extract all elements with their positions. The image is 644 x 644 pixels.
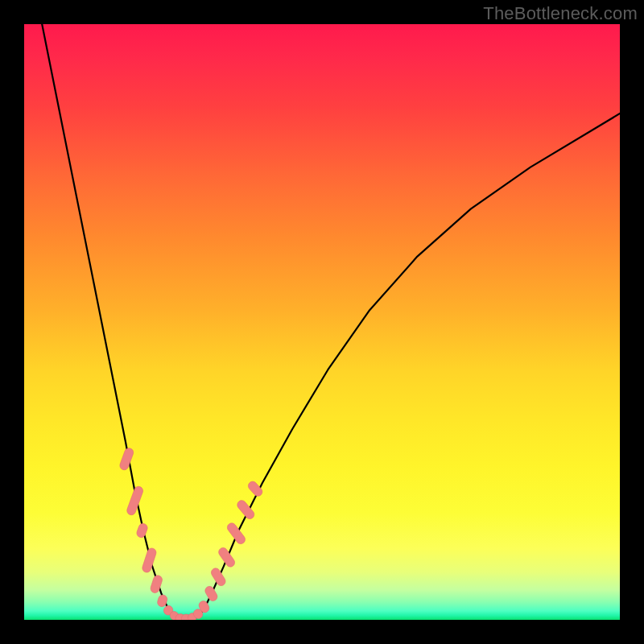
marker-point: [225, 522, 247, 546]
marker-point: [135, 522, 148, 539]
marker-group: [118, 447, 264, 620]
chart-svg: [24, 24, 620, 620]
marker-point: [118, 447, 134, 471]
marker-point: [204, 584, 219, 602]
plot-area: [24, 24, 620, 620]
marker-point: [246, 480, 264, 498]
marker-point: [141, 547, 157, 574]
marker-point: [217, 546, 236, 568]
frame: TheBottleneck.com: [0, 0, 644, 644]
marker-point: [209, 567, 227, 588]
watermark-text: TheBottleneck.com: [483, 3, 638, 24]
marker-point: [126, 485, 144, 517]
bottleneck-curve: [42, 24, 620, 620]
